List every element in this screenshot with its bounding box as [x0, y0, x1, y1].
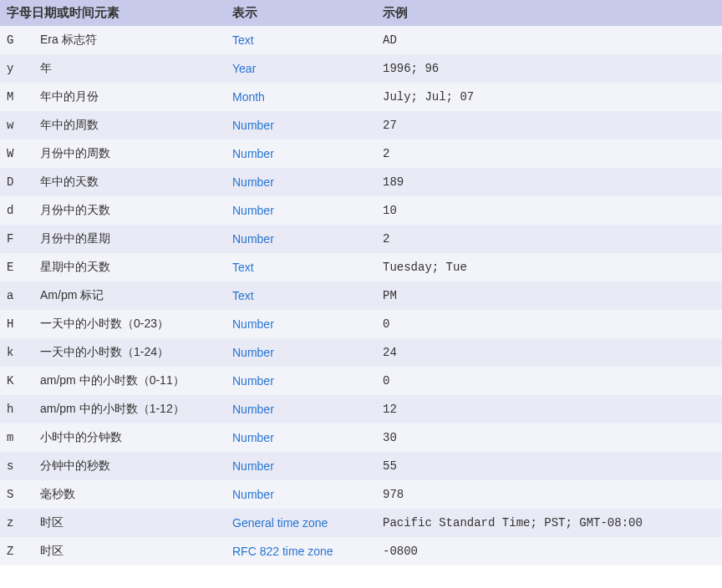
cell-representation: Number	[226, 139, 376, 168]
representation-link[interactable]: Number	[232, 431, 274, 444]
cell-example: Pacific Standard Time; PST; GMT-08:00	[376, 509, 722, 537]
cell-letter: a	[0, 281, 33, 310]
cell-letter: s	[0, 452, 33, 480]
representation-link[interactable]: Number	[232, 204, 274, 217]
cell-representation: Year	[226, 54, 376, 83]
cell-example: 2	[376, 225, 722, 253]
table-row: s分钟中的秒数Number55	[0, 452, 722, 480]
header-example: 示例	[376, 0, 722, 26]
cell-letter: z	[0, 509, 33, 537]
cell-example: -0800	[376, 537, 722, 565]
cell-letter: Z	[0, 537, 33, 565]
representation-link[interactable]: Number	[232, 346, 274, 359]
cell-example: Tuesday; Tue	[376, 253, 722, 281]
cell-description: Am/pm 标记	[33, 281, 226, 310]
table-row: Kam/pm 中的小时数（0-11）Number0	[0, 367, 722, 395]
cell-letter: F	[0, 225, 33, 253]
cell-description: 分钟中的秒数	[33, 452, 226, 480]
representation-link[interactable]: Year	[232, 62, 256, 75]
table-row: w年中的周数Number27	[0, 111, 722, 139]
table-row: F月份中的星期Number2	[0, 225, 722, 253]
cell-representation: Number	[226, 310, 376, 338]
cell-description: am/pm 中的小时数（1-12）	[33, 395, 226, 423]
cell-representation: Number	[226, 111, 376, 139]
table-row: d月份中的天数Number10	[0, 196, 722, 225]
cell-representation: Month	[226, 83, 376, 111]
cell-letter: E	[0, 253, 33, 281]
cell-description: 月份中的周数	[33, 139, 226, 168]
cell-description: 一天中的小时数（1-24）	[33, 338, 226, 367]
cell-representation: General time zone	[226, 509, 376, 537]
table-row: E星期中的天数TextTuesday; Tue	[0, 253, 722, 281]
cell-representation: Text	[226, 26, 376, 54]
cell-description: 年中的月份	[33, 83, 226, 111]
cell-example: 55	[376, 452, 722, 480]
cell-description: Era 标志符	[33, 26, 226, 54]
representation-link[interactable]: Number	[232, 147, 274, 160]
table-row: M年中的月份MonthJuly; Jul; 07	[0, 83, 722, 111]
table-row: D年中的天数Number189	[0, 168, 722, 196]
representation-link[interactable]: Number	[232, 119, 274, 132]
representation-link[interactable]: Number	[232, 488, 274, 501]
table-row: H一天中的小时数（0-23）Number0	[0, 310, 722, 338]
cell-representation: Number	[226, 196, 376, 225]
cell-letter: m	[0, 423, 33, 452]
cell-example: 27	[376, 111, 722, 139]
representation-link[interactable]: Number	[232, 317, 274, 331]
cell-example: 12	[376, 395, 722, 423]
representation-link[interactable]: Text	[232, 289, 254, 302]
cell-representation: Number	[226, 367, 376, 395]
cell-example: July; Jul; 07	[376, 83, 722, 111]
cell-description: 时区	[33, 509, 226, 537]
table-row: aAm/pm 标记TextPM	[0, 281, 722, 310]
cell-letter: G	[0, 26, 33, 54]
table-header-row: 字母日期或时间元素 表示 示例	[0, 0, 722, 26]
cell-description: 年	[33, 54, 226, 83]
representation-link[interactable]: Number	[232, 459, 274, 473]
table-row: k一天中的小时数（1-24）Number24	[0, 338, 722, 367]
cell-example: 10	[376, 196, 722, 225]
representation-link[interactable]: Number	[232, 374, 274, 388]
table-row: W月份中的周数Number2	[0, 139, 722, 168]
table-row: ham/pm 中的小时数（1-12）Number12	[0, 395, 722, 423]
cell-description: 星期中的天数	[33, 253, 226, 281]
cell-letter: h	[0, 395, 33, 423]
table-body: GEra 标志符TextADy年Year1996; 96M年中的月份MonthJ…	[0, 26, 722, 565]
representation-link[interactable]: Number	[232, 175, 274, 189]
cell-description: 月份中的星期	[33, 225, 226, 253]
representation-link[interactable]: Text	[232, 33, 254, 47]
header-representation: 表示	[226, 0, 376, 26]
table-row: Z时区RFC 822 time zone-0800	[0, 537, 722, 565]
cell-letter: H	[0, 310, 33, 338]
cell-representation: Number	[226, 225, 376, 253]
cell-representation: Number	[226, 452, 376, 480]
representation-link[interactable]: Number	[232, 232, 274, 246]
cell-letter: W	[0, 139, 33, 168]
header-letter-desc: 字母日期或时间元素	[0, 0, 226, 26]
cell-representation: Number	[226, 423, 376, 452]
representation-link[interactable]: General time zone	[232, 516, 328, 530]
cell-representation: RFC 822 time zone	[226, 537, 376, 565]
cell-description: 小时中的分钟数	[33, 423, 226, 452]
cell-letter: D	[0, 168, 33, 196]
table-row: y年Year1996; 96	[0, 54, 722, 83]
cell-example: 1996; 96	[376, 54, 722, 83]
representation-link[interactable]: Number	[232, 403, 274, 416]
cell-representation: Number	[226, 168, 376, 196]
representation-link[interactable]: Text	[232, 261, 254, 274]
cell-representation: Number	[226, 480, 376, 509]
cell-description: 一天中的小时数（0-23）	[33, 310, 226, 338]
cell-example: 24	[376, 338, 722, 367]
cell-example: AD	[376, 26, 722, 54]
cell-example: 189	[376, 168, 722, 196]
cell-example: 2	[376, 139, 722, 168]
table-row: S毫秒数Number978	[0, 480, 722, 509]
cell-description: 年中的周数	[33, 111, 226, 139]
cell-representation: Number	[226, 395, 376, 423]
cell-example: 0	[376, 367, 722, 395]
cell-description: 年中的天数	[33, 168, 226, 196]
cell-representation: Text	[226, 281, 376, 310]
representation-link[interactable]: Month	[232, 90, 265, 104]
cell-example: PM	[376, 281, 722, 310]
representation-link[interactable]: RFC 822 time zone	[232, 545, 333, 558]
